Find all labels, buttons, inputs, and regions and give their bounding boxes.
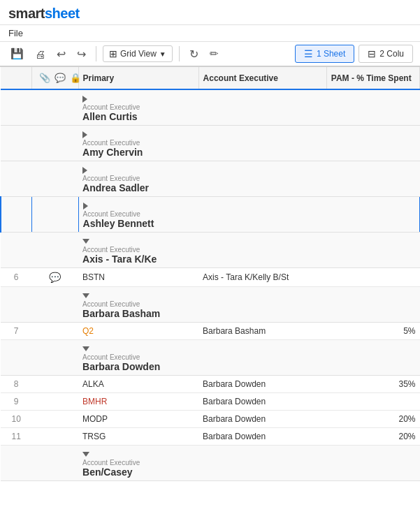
group-main-label: Barbara Dowden: [82, 361, 160, 372]
cell-account-exec: Barbara Dowden: [198, 393, 326, 411]
group-sub-label: Account Executive: [82, 300, 415, 308]
menu-file[interactable]: File: [8, 28, 23, 38]
row-icons: [31, 340, 78, 376]
table-row[interactable]: 9 BMHR Barbara Dowden: [1, 393, 420, 411]
expand-icon[interactable]: [83, 203, 88, 210]
grid-view-label: Grid View: [120, 49, 157, 59]
tab-2-col-label: 2 Colu: [379, 49, 404, 59]
row-icons: [31, 411, 78, 428]
collapse-icon[interactable]: [82, 346, 89, 351]
col-header-account-exec[interactable]: Account Executive: [198, 67, 326, 89]
group-sub-label: Account Executive: [82, 103, 415, 111]
group-label-cell-ashley-bennett[interactable]: Account Executive Ashley Bennett: [78, 197, 419, 233]
cell-primary[interactable]: BMHR: [78, 393, 198, 411]
group-sub-label: Account Executive: [82, 175, 415, 182]
group-label-cell-ben-casey[interactable]: Account Executive Ben/Casey: [78, 446, 419, 481]
table-row[interactable]: Account Executive Ben/Casey: [1, 446, 420, 481]
col-attachment-icon: 📎: [39, 73, 50, 83]
row-num: [1, 197, 31, 233]
toolbar: 💾 🖨 ↩ ↪ ⊞ Grid View ▼ ↻ ✏ ☰ 1 Sheet ⊟ 2 …: [0, 42, 420, 67]
row-icons: [31, 446, 78, 481]
row-icons: [31, 126, 78, 161]
toolbar-sep-2: [179, 46, 180, 61]
edit-icon: ✏: [210, 47, 219, 59]
cell-pam: 20%: [326, 411, 419, 428]
group-sub-label: Account Executive: [82, 246, 415, 254]
table-row[interactable]: 8 ALKA Barbara Dowden 35%: [1, 376, 420, 393]
logo-text-smart: smart: [8, 6, 45, 21]
table-row[interactable]: 11 TRSG Barbara Dowden 20%: [1, 428, 420, 446]
collapse-icon[interactable]: [82, 293, 89, 298]
group-label-cell-axis[interactable]: Account Executive Axis - Tara K/Ke: [78, 233, 419, 268]
col-lock-icon: 🔒: [70, 73, 81, 83]
table-row[interactable]: Account Executive Barbara Dowden: [1, 340, 420, 376]
expand-icon[interactable]: [82, 131, 87, 138]
group-label-cell-barbara-dowden[interactable]: Account Executive Barbara Dowden: [78, 340, 419, 376]
grid-view-button[interactable]: ⊞ Grid View ▼: [103, 45, 173, 62]
cell-pam: [326, 393, 419, 411]
collapse-icon[interactable]: [82, 239, 89, 244]
col-header-primary[interactable]: Primary: [78, 67, 198, 89]
cell-primary[interactable]: TRSG: [78, 428, 198, 446]
group-main-label: Axis - Tara K/Ke: [82, 254, 157, 265]
group-main-label: Ben/Casey: [82, 466, 133, 478]
row-icons: 💬: [31, 268, 78, 287]
cell-pam: 5%: [326, 323, 419, 340]
group-label-cell-andrea-sadler[interactable]: Account Executive Andrea Sadler: [78, 161, 419, 197]
tab-2-col-icon: ⊟: [368, 48, 376, 59]
cell-account-exec: Barbara Dowden: [198, 428, 326, 446]
group-sub-label: Account Executive: [82, 139, 415, 147]
table-row[interactable]: 7 Q2 Barbara Basham 5%: [1, 323, 420, 340]
expand-icon[interactable]: [82, 167, 87, 174]
table-row[interactable]: Account Executive Allen Curtis: [1, 89, 420, 126]
group-main-label: Andrea Sadler: [82, 182, 149, 193]
tab-1-sheet-button[interactable]: ☰ 1 Sheet: [295, 45, 354, 63]
row-icons: [31, 89, 78, 126]
refresh-icon: ↻: [189, 48, 198, 60]
save-button[interactable]: 💾: [7, 45, 27, 62]
group-label-cell-amy-chervin[interactable]: Account Executive Amy Chervin: [78, 126, 419, 161]
table-row[interactable]: Account Executive Ashley Bennett: [1, 197, 420, 233]
row-num: 8: [1, 376, 31, 393]
tab-2-col-button[interactable]: ⊟ 2 Colu: [359, 45, 413, 63]
row-num: 7: [1, 323, 31, 340]
cell-primary[interactable]: MODP: [78, 411, 198, 428]
group-main-label: Barbara Basham: [82, 308, 160, 319]
grid-container: 📎 💬 🔒 Primary Account Executive PAM - % …: [0, 67, 420, 481]
undo-button[interactable]: ↩: [53, 45, 69, 63]
table-row[interactable]: Account Executive Barbara Basham: [1, 287, 420, 323]
comment-icon[interactable]: 💬: [49, 272, 61, 283]
row-icons: [31, 376, 78, 393]
cell-primary[interactable]: ALKA: [78, 376, 198, 393]
row-icons: [31, 428, 78, 446]
group-label-cell-barbara-basham[interactable]: Account Executive Barbara Basham: [78, 287, 419, 323]
cell-account-exec: Axis - Tara K/Kelly B/St: [198, 268, 326, 287]
edit-button[interactable]: ✏: [206, 45, 222, 62]
row-num: [1, 161, 31, 197]
cell-primary[interactable]: BSTN: [78, 268, 198, 287]
redo-button[interactable]: ↪: [73, 45, 89, 63]
grid-body: Account Executive Allen Curtis Account E…: [1, 89, 420, 481]
col-header-rownum: [1, 67, 31, 89]
cell-account-exec: Barbara Dowden: [198, 411, 326, 428]
group-sub-label: Account Executive: [83, 210, 415, 218]
table-row[interactable]: Account Executive Axis - Tara K/Ke: [1, 233, 420, 268]
table-row[interactable]: Account Executive Amy Chervin: [1, 126, 420, 161]
cell-account-exec: Barbara Dowden: [198, 376, 326, 393]
table-row[interactable]: 6 💬 BSTN Axis - Tara K/Kelly B/St: [1, 268, 420, 287]
table-row[interactable]: 10 MODP Barbara Dowden 20%: [1, 411, 420, 428]
grid-header: 📎 💬 🔒 Primary Account Executive PAM - % …: [1, 67, 420, 89]
toolbar-sep-1: [96, 46, 96, 61]
print-button[interactable]: 🖨: [31, 46, 49, 62]
group-label-cell-allen-curtis[interactable]: Account Executive Allen Curtis: [78, 89, 419, 126]
app-header: smartsheet: [0, 0, 420, 25]
cell-primary[interactable]: Q2: [78, 323, 198, 340]
row-icons: [31, 161, 78, 197]
table-row[interactable]: Account Executive Andrea Sadler: [1, 161, 420, 197]
col-header-pam[interactable]: PAM - % Time Spent: [326, 67, 419, 89]
collapse-icon[interactable]: [82, 452, 89, 457]
row-icons: [31, 323, 78, 340]
row-icons: [31, 233, 78, 268]
expand-icon[interactable]: [82, 96, 87, 103]
refresh-button[interactable]: ↻: [186, 45, 202, 63]
